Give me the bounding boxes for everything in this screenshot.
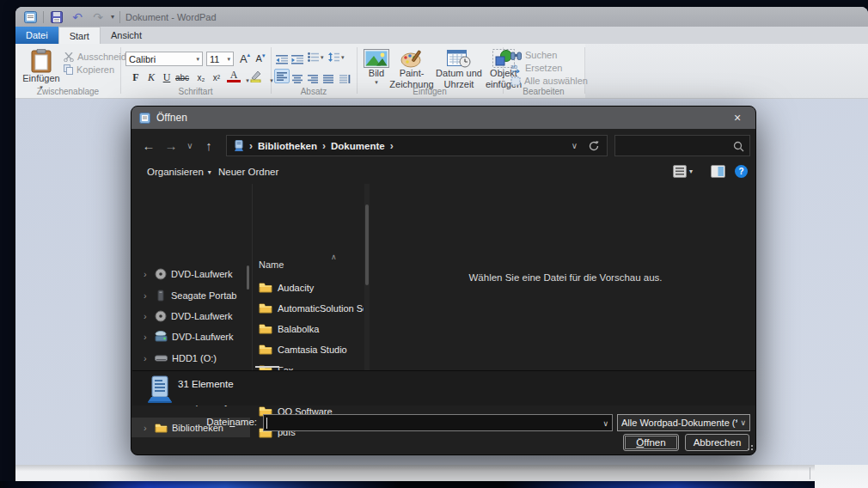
- open-button[interactable]: Öffnen: [623, 434, 679, 451]
- folder-name: Camtasia Studio: [278, 345, 347, 355]
- file-row-automaticsolution[interactable]: AutomaticSolution Software: [259, 302, 364, 314]
- shrink-font-button[interactable]: A▾: [254, 52, 267, 65]
- dialog-titlebar[interactable]: Öffnen ×: [131, 107, 755, 129]
- subscript-button[interactable]: x₂: [194, 70, 208, 84]
- italic-button[interactable]: K: [144, 70, 158, 84]
- library-large-icon: [147, 375, 173, 403]
- disc-icon: [155, 310, 167, 322]
- change-view-button[interactable]: ▾: [673, 165, 693, 178]
- breadcrumb-dropdown-icon[interactable]: ∨: [572, 141, 578, 150]
- expand-chevron-icon[interactable]: ›: [144, 332, 150, 342]
- increase-indent-button[interactable]: [291, 52, 303, 68]
- breadcrumb-chevron-icon[interactable]: ›: [390, 140, 394, 152]
- decrease-indent-button[interactable]: [276, 52, 288, 68]
- align-right-button[interactable]: [308, 71, 318, 87]
- bullet-list-icon: [308, 52, 319, 62]
- expand-chevron-icon[interactable]: ›: [144, 290, 150, 301]
- underline-button[interactable]: U: [160, 70, 174, 84]
- dialog-content: › DVD-Laufwerk › Seagate Portab › DVD-La…: [131, 184, 757, 370]
- paint-drawing-button[interactable]: Paint-Zeichnung: [390, 49, 433, 89]
- expand-chevron-icon[interactable]: ›: [144, 423, 150, 433]
- picture-label: Bild: [369, 68, 384, 79]
- sidebar-item-dvd-2[interactable]: › DVD-Laufwerk: [131, 306, 250, 326]
- palette-icon: [400, 49, 423, 68]
- new-folder-label: Neuer Ordner: [218, 167, 278, 177]
- hard-drive-icon: [155, 354, 168, 363]
- font-color-button[interactable]: A: [227, 70, 241, 82]
- filetype-value: Alle Wordpad-Dokumente (*.rtf: [621, 418, 737, 428]
- redo-icon[interactable]: ↷: [90, 9, 106, 25]
- sidebar-item-dvd-1[interactable]: › DVD-Laufwerk: [131, 264, 250, 284]
- undo-icon[interactable]: ↶: [70, 9, 85, 25]
- filelist-scrollbar[interactable]: [365, 204, 369, 285]
- organize-button[interactable]: Organisieren ▾: [147, 167, 211, 177]
- resize-grip[interactable]: [746, 445, 753, 452]
- font-size-combo[interactable]: 11 ▾: [206, 52, 234, 66]
- strikethrough-button[interactable]: abc: [175, 70, 189, 84]
- save-icon[interactable]: [49, 9, 64, 25]
- file-row-camtasia[interactable]: Camtasia Studio: [259, 344, 347, 355]
- refresh-icon[interactable]: [588, 140, 600, 152]
- breadcrumb-libraries[interactable]: Bibliotheken: [258, 141, 317, 151]
- breadcrumb-documents[interactable]: Dokumente: [331, 141, 385, 151]
- justify-button[interactable]: [323, 71, 333, 87]
- new-folder-button[interactable]: Neuer Ordner: [218, 167, 278, 177]
- wordpad-titlebar[interactable]: ↶ ↷ ▾ Dokument - WordPad: [15, 7, 868, 27]
- tab-datei[interactable]: Datei: [15, 27, 58, 44]
- filename-dropdown-icon[interactable]: ∨: [602, 419, 608, 428]
- breadcrumb-bar[interactable]: › Bibliotheken › Dokumente › ∨: [226, 135, 608, 156]
- highlight-button[interactable]: [249, 70, 263, 86]
- sidebar-scrollbar[interactable]: [247, 265, 249, 290]
- line-spacing-button[interactable]: ▾: [328, 52, 345, 62]
- nav-forward-button[interactable]: →: [162, 135, 180, 156]
- quick-access-dropdown-icon[interactable]: ▾: [111, 13, 114, 21]
- file-row-balabolka[interactable]: Balabolka: [259, 323, 319, 334]
- help-icon[interactable]: ?: [735, 165, 748, 178]
- bullets-button[interactable]: ▾: [308, 52, 324, 62]
- align-center-button[interactable]: [292, 71, 303, 87]
- expand-chevron-icon[interactable]: ›: [144, 311, 150, 321]
- align-left-button[interactable]: [274, 69, 290, 83]
- date-time-button[interactable]: Datum und Uhrzeit: [435, 49, 483, 89]
- sidebar-item-dvd-3[interactable]: › DVD-Laufwerk: [131, 326, 250, 346]
- sidebar-item-hdd1[interactable]: › HDD1 (O:): [131, 348, 250, 368]
- filename-input[interactable]: ∨: [263, 414, 613, 431]
- sidebar-item-seagate[interactable]: › Seagate Portab: [131, 285, 250, 305]
- nav-up-button[interactable]: ↑: [200, 135, 217, 156]
- copy-button[interactable]: Kopieren: [64, 64, 114, 75]
- expand-chevron-icon[interactable]: ›: [144, 353, 150, 363]
- column-header-name[interactable]: Name: [259, 259, 284, 270]
- preview-pane-button[interactable]: [711, 165, 725, 181]
- tab-start[interactable]: Start: [58, 27, 101, 44]
- cancel-button[interactable]: Abbrechen: [685, 434, 749, 451]
- filetype-select[interactable]: Alle Wordpad-Dokumente (*.rtf ∨: [617, 414, 750, 431]
- expand-chevron-icon[interactable]: ›: [144, 269, 150, 279]
- folder-name: AutomaticSolution Software: [278, 303, 364, 314]
- shrink-font-label: A: [256, 53, 262, 64]
- cancel-button-label: Abbrechen: [694, 437, 742, 448]
- dialog-close-icon[interactable]: ×: [723, 107, 752, 129]
- select-all-button[interactable]: Alle auswählen: [510, 76, 588, 86]
- nav-back-button[interactable]: ←: [140, 135, 157, 156]
- bold-button[interactable]: F: [129, 70, 143, 84]
- insert-picture-button[interactable]: Bild ▾: [361, 49, 392, 86]
- replace-button[interactable]: ab Ersetzen: [510, 63, 562, 73]
- find-button[interactable]: Suchen: [510, 50, 557, 60]
- wordpad-statusbar: 100 % –: [15, 465, 868, 481]
- select-all-label: Alle auswählen: [524, 76, 588, 86]
- nav-history-dropdown-icon[interactable]: ∨: [183, 135, 197, 156]
- desktop-wallpaper: [0, 481, 868, 488]
- sort-ascending-icon[interactable]: ∧: [331, 253, 337, 261]
- tab-ansicht[interactable]: Ansicht: [101, 27, 152, 44]
- font-family-combo[interactable]: Calibri ▾: [125, 52, 203, 66]
- paste-button[interactable]: Einfügen ▾: [22, 49, 60, 91]
- superscript-button[interactable]: x²: [210, 70, 223, 84]
- sidebar-item-label: Seagate Portab: [171, 290, 236, 301]
- grow-font-button[interactable]: A▴: [238, 52, 252, 65]
- align-center-icon: [292, 75, 303, 83]
- horizontal-scrollbar[interactable]: [255, 366, 279, 368]
- search-box[interactable]: [614, 135, 750, 156]
- paragraph-dialog-button[interactable]: [339, 71, 351, 87]
- highlighter-icon: [249, 70, 263, 82]
- file-row-audacity[interactable]: Audacity: [259, 282, 314, 293]
